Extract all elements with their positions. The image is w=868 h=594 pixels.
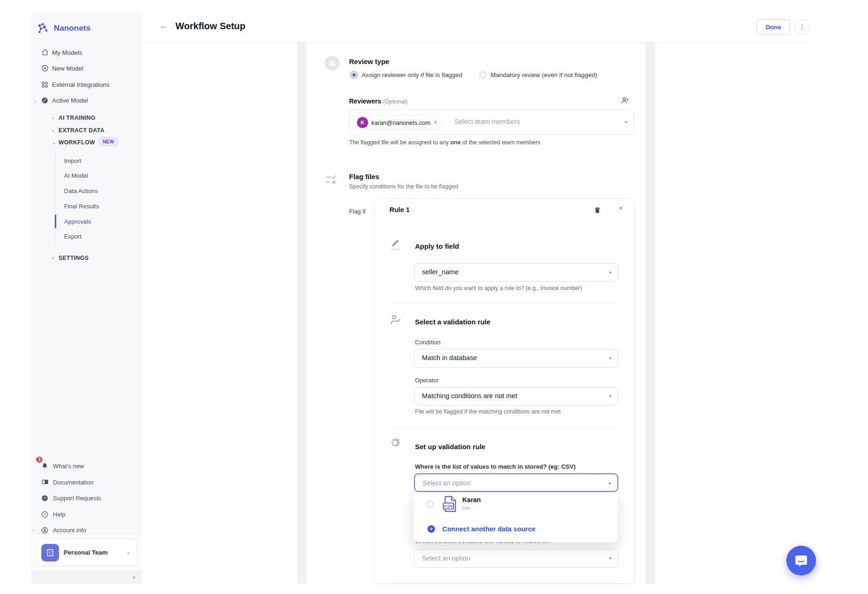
chevron-right-icon: ›	[52, 255, 54, 261]
back-arrow-icon[interactable]: ←	[160, 21, 168, 31]
sidebar-item-external-integrations[interactable]: External Integrations	[31, 79, 142, 90]
sidebar-item-my-models[interactable]: My Models	[31, 47, 142, 58]
radio-mandatory-review[interactable]: Mandatory review (even if not flagged)	[479, 71, 597, 78]
add-reviewer-icon[interactable]	[621, 97, 629, 104]
home-icon	[41, 49, 49, 57]
team-name: Personal Team	[64, 549, 108, 556]
rule-card: Rule 1 ^ Apply to field seller_name ▾ Wh…	[374, 198, 635, 584]
reviewer-email: karan@nanonets.com	[371, 119, 430, 126]
sidebar-item-support-requests[interactable]: ? Support Requests	[31, 493, 142, 503]
radio-assign-if-flagged[interactable]: Assign reviewer only if file is flagged	[350, 71, 462, 78]
chat-bubble-icon	[794, 554, 808, 568]
top-header: ← Workflow Setup Done ⋮	[142, 11, 812, 43]
sidebar-section-workflow[interactable]: ⌄ WORKFLOW NEW	[31, 138, 142, 147]
optional-label: (Optional)	[383, 98, 408, 105]
rule-title: Rule 1	[389, 206, 410, 213]
grid-icon	[41, 81, 49, 89]
reviewers-placeholder: Select team members	[454, 118, 520, 125]
sidebar-item-data-actions[interactable]: Data Actions	[31, 187, 142, 195]
condition-label: Condition	[415, 339, 440, 346]
apply-to-field-title: Apply to field	[415, 242, 459, 250]
reviewer-chip: K karan@nanonets.com ×	[355, 116, 442, 129]
nanonets-logo-icon	[37, 22, 49, 34]
condition-select[interactable]: Match in database ▾	[414, 349, 618, 368]
sidebar-item-new-model[interactable]: New Model	[31, 63, 142, 73]
operator-select[interactable]: Matching conditions are not met ▾	[414, 387, 618, 406]
question-filled-icon: ?	[41, 494, 49, 502]
divider	[389, 427, 621, 427]
chevron-down-icon: ⌄	[52, 140, 56, 146]
reviewers-title: Reviewers (Optional)	[349, 97, 408, 105]
active-model-icon	[41, 97, 49, 104]
sidebar-item-account-info[interactable]: › Account info	[31, 525, 142, 535]
flag-files-subtitle: Specify conditions for the file to be fl…	[349, 183, 458, 190]
sidebar-item-help[interactable]: ? Help	[31, 510, 142, 519]
apply-field-helper: Which field do you want to apply a rule …	[415, 285, 582, 291]
team-switcher[interactable]: Personal Team ⌄	[36, 538, 136, 566]
document-preview-pane	[142, 43, 297, 584]
sidebar-item-final-results[interactable]: Final Results	[31, 202, 142, 210]
source-label: Where is the list of values to match in …	[415, 463, 576, 470]
option-radio-unselected[interactable]	[427, 501, 434, 508]
caret-down-icon: ▾	[609, 270, 611, 275]
page-title: Workflow Setup	[175, 21, 246, 32]
chevron-right-icon: ›	[33, 528, 34, 533]
divider	[389, 303, 621, 303]
delete-rule-icon[interactable]	[594, 207, 601, 214]
review-type-title: Review type	[349, 58, 389, 65]
sidebar-section-settings[interactable]: › SETTINGS	[31, 254, 142, 262]
caret-down-icon: ▾	[625, 120, 627, 124]
sidebar-item-ai-model[interactable]: AI Model	[31, 171, 142, 180]
chevron-right-icon: ›	[52, 128, 54, 133]
chevron-down-icon[interactable]: ⌄	[33, 98, 37, 103]
flag-files-icon	[325, 174, 337, 186]
brand[interactable]: Nanonets	[37, 21, 91, 35]
right-pane	[655, 43, 812, 584]
sidebar-section-ai-training[interactable]: › AI TRAINING	[31, 114, 142, 122]
operator-helper: File will be flagged if the matching con…	[415, 408, 561, 415]
sidebar-item-export[interactable]: Export	[31, 232, 142, 240]
connect-data-source[interactable]: + Connect another data source	[428, 525, 536, 533]
more-options-button[interactable]: ⋮	[795, 19, 810, 34]
operator-label: Operator	[415, 377, 439, 384]
setup-validation-title: Set up validation rule	[415, 443, 486, 451]
sidebar-item-whats-new[interactable]: What's new	[31, 461, 142, 471]
approvals-form-panel: Review type Assign reviewer only if file…	[306, 43, 645, 584]
column-select[interactable]: Select an option ▾	[414, 549, 618, 568]
team-section: Personal Team ⌄	[31, 534, 142, 571]
collapse-rule-icon[interactable]: ^	[619, 207, 622, 212]
workflow-setup-page: Nanonets My Models New Model External In…	[0, 0, 868, 594]
remove-chip-icon[interactable]: ×	[434, 119, 437, 126]
review-type-icon	[325, 56, 340, 71]
chat-launcher[interactable]	[786, 546, 816, 575]
sidebar-item-documentation[interactable]: Documentation	[31, 478, 142, 487]
caret-down-icon: ▾	[609, 394, 611, 399]
svg-text:CSV: CSV	[444, 504, 453, 509]
caret-down-icon: ▾	[609, 556, 611, 561]
plus-circle-icon: +	[428, 525, 435, 533]
divider	[349, 93, 634, 93]
data-source-name[interactable]: Karan	[462, 496, 481, 504]
done-button[interactable]: Done	[757, 19, 790, 34]
rule-header[interactable]: Rule 1 ^	[375, 199, 635, 222]
chevron-down-icon: ⌄	[126, 549, 130, 555]
sidebar: Nanonets My Models New Model External In…	[31, 11, 142, 584]
source-select[interactable]: Select an option ▴	[414, 473, 618, 492]
validation-rule-title: Select a validation rule	[415, 318, 491, 326]
tree-line	[55, 153, 56, 245]
csv-file-icon: CSV	[442, 496, 457, 512]
sidebar-item-import[interactable]: Import	[31, 156, 142, 165]
divider	[389, 581, 621, 581]
reviewers-select[interactable]: K karan@nanonets.com × Select team membe…	[349, 110, 634, 135]
bell-icon	[41, 462, 49, 470]
plus-circle-icon	[41, 65, 49, 72]
sidebar-item-approvals[interactable]: Approvals	[31, 217, 142, 226]
brand-name: Nanonets	[54, 24, 91, 33]
collapse-sidebar-icon[interactable]: «	[132, 574, 136, 581]
sidebar-section-extract-data[interactable]: › EXTRACT DATA	[31, 126, 142, 135]
pencil-icon	[389, 238, 402, 252]
person-check-icon	[389, 314, 402, 326]
svg-text:?: ?	[44, 496, 46, 500]
apply-field-select[interactable]: seller_name ▾	[414, 263, 618, 282]
sidebar-item-active-model[interactable]: ⌄ Active Model	[31, 95, 142, 105]
